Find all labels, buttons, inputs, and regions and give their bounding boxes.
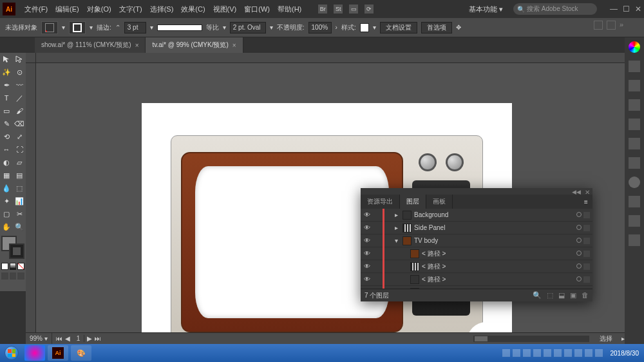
scale-tool[interactable]: ⤢ [13,130,26,143]
tray-icon[interactable] [533,349,541,357]
visibility-icon[interactable]: 👁 [361,224,374,231]
symbol-sprayer-tool[interactable]: ✦ [0,195,13,207]
eyedropper-tool[interactable]: 💧 [0,182,13,195]
next-artboard-icon[interactable]: ▶ [87,335,92,342]
line-tool[interactable]: ／ [13,91,26,104]
last-artboard-icon[interactable]: ⏭ [95,335,101,342]
libraries-panel-icon[interactable] [629,234,640,246]
selection-indicator[interactable] [583,225,590,231]
tray-date[interactable]: 2018/8/30 [611,350,639,357]
stroke-profile[interactable] [157,24,202,31]
stroke-color[interactable] [9,243,24,259]
selection-tool[interactable] [0,53,13,66]
gradient-panel-icon[interactable] [629,138,640,149]
visibility-icon[interactable]: 👁 [361,263,374,270]
expand-arrow-icon[interactable]: ▾ [392,237,400,244]
magic-wand-tool[interactable]: ✨ [0,66,13,79]
tray-icon[interactable] [564,349,572,357]
shape-builder-tool[interactable]: ◐ [0,156,13,169]
layer-name[interactable]: < 路径 > [422,262,574,271]
layer-row[interactable]: 👁▾TV body [361,234,592,247]
layer-row[interactable]: 👁< 路径 > [361,286,592,289]
stepper-down-icon[interactable]: ⌃ [115,24,120,31]
document-tab[interactable]: show.ai* @ 111% (CMYK/预览) × [35,37,146,53]
shaper-tool[interactable]: ✎ [0,117,13,130]
blend-tool[interactable]: ⬚ [13,182,26,195]
tab-asset-export[interactable]: 资源导出 [361,195,400,209]
workspace-switcher[interactable]: 基本功能 ▾ [465,5,507,14]
layer-name[interactable]: < 路径 > [422,288,574,289]
menu-edit[interactable]: 编辑(E) [52,5,83,14]
stroke-panel-icon[interactable] [629,119,640,130]
type-tool[interactable]: T [0,91,13,104]
new-sublayer-icon[interactable]: ⬓ [558,291,565,300]
visibility-icon[interactable]: 👁 [361,211,374,218]
search-stock[interactable]: 🔍 搜索 Adobe Stock [513,3,597,15]
zoom-tool[interactable]: 🔍 [13,220,26,233]
document-tab[interactable]: tv.ai* @ 99% (CMYK/预览) × [146,37,243,53]
menu-file[interactable]: 文件(F) [21,5,52,14]
prev-artboard-icon[interactable]: ◀ [65,335,70,342]
ruler-origin[interactable] [26,53,36,63]
tab-artboards[interactable]: 画板 [426,195,453,209]
target-icon[interactable] [574,263,583,270]
horizontal-scrollbar[interactable] [473,336,589,342]
minimize-button[interactable]: — [610,5,618,14]
document-setup-button[interactable]: 文档设置 [380,22,417,33]
ruler-vertical[interactable] [26,63,36,344]
appearance-panel-icon[interactable] [629,176,640,188]
menu-effect[interactable]: 效果(C) [177,5,209,14]
mesh-tool[interactable]: ▦ [0,169,13,182]
tray-icon[interactable] [502,349,510,357]
menu-object[interactable]: 对象(O) [83,5,115,14]
style-swatch[interactable] [360,23,369,32]
eraser-tool[interactable]: ⌫ [13,117,26,130]
locate-object-icon[interactable]: 🔍 [533,291,542,300]
graphic-styles-panel-icon[interactable] [629,196,640,207]
menu-type[interactable]: 文字(T) [115,5,146,14]
layer-name[interactable]: TV body [414,237,574,244]
brush-input[interactable] [230,22,266,33]
close-icon[interactable]: × [232,42,236,49]
symbols-panel-icon[interactable] [629,99,640,111]
stock-icon[interactable]: St [334,5,343,14]
taskbar-item-illustrator[interactable]: Ai [48,345,68,361]
bridge-icon[interactable]: Br [318,5,327,14]
color-none[interactable] [17,263,24,270]
selection-indicator[interactable] [583,238,590,244]
color-gradient[interactable] [10,263,17,270]
swatches-panel-icon[interactable] [629,61,640,72]
fill-stroke-control[interactable] [1,236,24,259]
hand-tool[interactable]: ✋ [0,220,13,233]
color-solid[interactable] [1,263,8,270]
tray-icon[interactable] [523,349,531,357]
panel-menu-icon[interactable]: ≡ [580,195,592,209]
maximize-button[interactable]: ☐ [623,5,630,14]
selection-indicator[interactable] [583,212,590,218]
clipping-mask-icon[interactable]: ⬚ [547,291,553,300]
tray-icon[interactable] [544,349,551,357]
tray-icon[interactable] [513,349,520,357]
draw-behind[interactable] [10,272,17,280]
panel-close-icon[interactable]: ✕ [585,189,590,194]
layers-panel-icon[interactable] [629,215,640,227]
preferences-button[interactable]: 首选项 [421,22,452,33]
rotate-tool[interactable]: ⟲ [0,130,13,143]
target-icon[interactable] [574,237,583,244]
layer-name[interactable]: Background [414,211,574,218]
taskbar-item-paint[interactable]: 🎨 [71,345,91,361]
layer-name[interactable]: Side Panel [414,224,574,231]
tab-layers[interactable]: 图层 [400,195,426,209]
new-layer-icon[interactable]: ▣ [570,291,576,300]
stroke-swatch[interactable] [69,21,86,34]
brushes-panel-icon[interactable] [629,80,640,91]
arrange-icon[interactable]: ▭ [349,5,358,14]
direct-selection-tool[interactable] [13,53,26,66]
selection-indicator[interactable] [583,251,590,257]
visibility-icon[interactable]: 👁 [361,250,374,257]
perspective-tool[interactable]: ▱ [13,156,26,169]
menu-select[interactable]: 选择(S) [146,5,178,14]
transparency-panel-icon[interactable] [629,157,640,169]
expand-arrow-icon[interactable]: ▸ [392,211,400,218]
layer-name[interactable]: < 路径 > [422,275,574,284]
